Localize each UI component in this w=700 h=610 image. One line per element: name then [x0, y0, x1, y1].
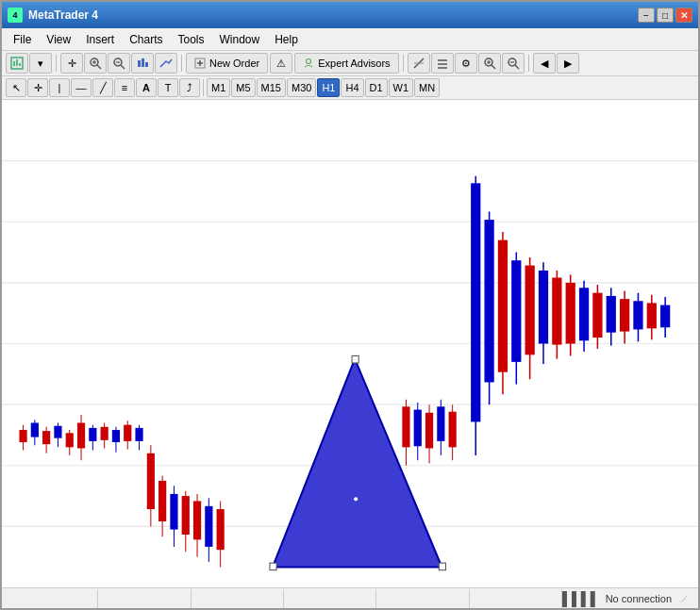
menu-insert[interactable]: Insert — [78, 31, 122, 48]
status-seg-6 — [470, 589, 562, 608]
toolbar-group-4: ◀ ▶ — [533, 53, 579, 74]
svg-rect-83 — [449, 412, 457, 448]
svg-rect-69 — [193, 501, 201, 539]
toolbar-group-3: ⚙ — [408, 53, 525, 74]
signal-icon: ▌▌▌▌ — [562, 591, 600, 606]
trendline-btn[interactable]: ╱ — [92, 78, 113, 97]
toolbar-group-1: ▾ — [6, 53, 52, 74]
menu-bar: File View Insert Charts Tools Window Hel… — [2, 28, 698, 51]
tf-w1[interactable]: W1 — [389, 78, 414, 97]
scroll-left-btn[interactable]: ◀ — [533, 53, 556, 74]
svg-rect-79 — [425, 413, 433, 449]
svg-rect-43 — [42, 431, 50, 444]
zoom-in2-btn[interactable] — [478, 53, 501, 74]
menu-help[interactable]: Help — [267, 31, 306, 48]
svg-rect-75 — [402, 406, 409, 447]
svg-rect-113 — [660, 305, 670, 328]
menu-file[interactable]: File — [6, 31, 39, 48]
scroll-right-btn[interactable]: ▶ — [557, 53, 579, 74]
menu-tools[interactable]: Tools — [171, 31, 212, 48]
svg-point-118 — [354, 497, 358, 501]
svg-rect-117 — [439, 563, 445, 570]
svg-rect-97 — [552, 277, 561, 344]
tf-m1[interactable]: M1 — [207, 78, 230, 97]
tf-d1[interactable]: D1 — [365, 78, 388, 97]
toolbar-group-2: ✛ — [60, 53, 177, 74]
svg-rect-39 — [19, 430, 26, 442]
cursor-btn[interactable]: ↖ — [6, 78, 26, 97]
new-chart-btn[interactable] — [6, 53, 28, 74]
svg-rect-47 — [66, 433, 74, 447]
tf-mn[interactable]: MN — [414, 78, 440, 97]
tf-h1[interactable]: H1 — [317, 78, 340, 97]
dropdown-btn[interactable]: ▾ — [29, 53, 52, 74]
status-seg-4 — [284, 589, 376, 608]
textobj-btn[interactable]: T — [158, 78, 178, 97]
status-right: ▌▌▌▌ No connection ⟋ — [562, 591, 694, 606]
svg-rect-61 — [147, 453, 155, 509]
svg-rect-67 — [182, 496, 190, 535]
tools-toolbar: ↖ ✛ | — ╱ ≡ A T ⤴ M1 M5 M15 M30 H1 H4 D1… — [2, 76, 698, 100]
svg-rect-57 — [124, 425, 131, 441]
svg-rect-87 — [484, 220, 493, 382]
line-chart-btn[interactable] — [155, 53, 177, 74]
svg-rect-103 — [592, 293, 602, 338]
svg-line-28 — [515, 65, 519, 69]
svg-rect-49 — [77, 423, 85, 449]
tf-m15[interactable]: M15 — [257, 78, 286, 97]
title-bar: 4 MetaTrader 4 − □ ✕ — [2, 2, 698, 28]
sep2 — [181, 55, 182, 72]
hline-btn[interactable]: — — [71, 78, 92, 97]
sep3 — [403, 55, 404, 72]
objects-btn[interactable] — [431, 53, 454, 74]
chart-area[interactable]: Triangle — [2, 100, 698, 587]
svg-rect-51 — [89, 428, 96, 441]
svg-rect-116 — [270, 563, 276, 570]
menu-view[interactable]: View — [39, 31, 78, 48]
tf-m5[interactable]: M5 — [231, 78, 255, 97]
text-btn[interactable]: A — [136, 78, 157, 97]
tf-m30[interactable]: M30 — [287, 78, 316, 97]
crosshair-btn[interactable]: ✛ — [60, 53, 83, 74]
chart-props-btn[interactable]: ⚙ — [455, 53, 477, 74]
zoom-out-btn[interactable] — [108, 53, 130, 74]
chart-type-btn[interactable] — [131, 53, 154, 74]
svg-rect-115 — [352, 355, 358, 363]
menu-window[interactable]: Window — [212, 31, 268, 48]
svg-rect-59 — [135, 428, 142, 441]
sep1 — [56, 55, 57, 72]
svg-rect-107 — [620, 299, 629, 331]
status-bar: ▌▌▌▌ No connection ⟋ — [2, 587, 698, 608]
svg-rect-111 — [647, 303, 657, 328]
svg-line-9 — [121, 65, 125, 69]
svg-rect-91 — [511, 260, 521, 362]
parallel-btn[interactable]: ≡ — [114, 78, 135, 97]
svg-rect-109 — [633, 301, 642, 329]
alert-btn[interactable]: ⚠ — [270, 53, 292, 74]
maximize-button[interactable]: □ — [657, 8, 674, 23]
menu-charts[interactable]: Charts — [122, 31, 170, 48]
arrow-btn[interactable]: ⤴ — [179, 78, 200, 97]
connection-status: No connection — [606, 593, 672, 604]
crosshair2-btn[interactable]: ✛ — [27, 78, 48, 97]
vline-btn[interactable]: | — [49, 78, 70, 97]
status-seg-3 — [192, 589, 284, 608]
zoom-in-btn[interactable] — [84, 53, 107, 74]
tf-h4[interactable]: H4 — [341, 78, 363, 97]
status-segments — [6, 589, 562, 608]
svg-rect-93 — [525, 266, 535, 355]
zoom-out2-btn[interactable] — [502, 53, 525, 74]
main-toolbar: ▾ ✛ New Order — [2, 51, 698, 76]
sep5 — [203, 79, 204, 96]
svg-rect-12 — [142, 58, 144, 67]
status-seg-2 — [98, 589, 191, 608]
indicator-btn[interactable] — [408, 53, 430, 74]
minimize-button[interactable]: − — [638, 8, 655, 23]
svg-rect-11 — [138, 60, 141, 67]
resize-handle: ⟋ — [677, 591, 691, 606]
expert-advisors-button[interactable]: Expert Advisors — [294, 53, 398, 74]
status-seg-1 — [6, 589, 98, 608]
new-order-button[interactable]: New Order — [186, 53, 268, 74]
svg-rect-81 — [437, 406, 444, 441]
close-button[interactable]: ✕ — [675, 8, 692, 23]
